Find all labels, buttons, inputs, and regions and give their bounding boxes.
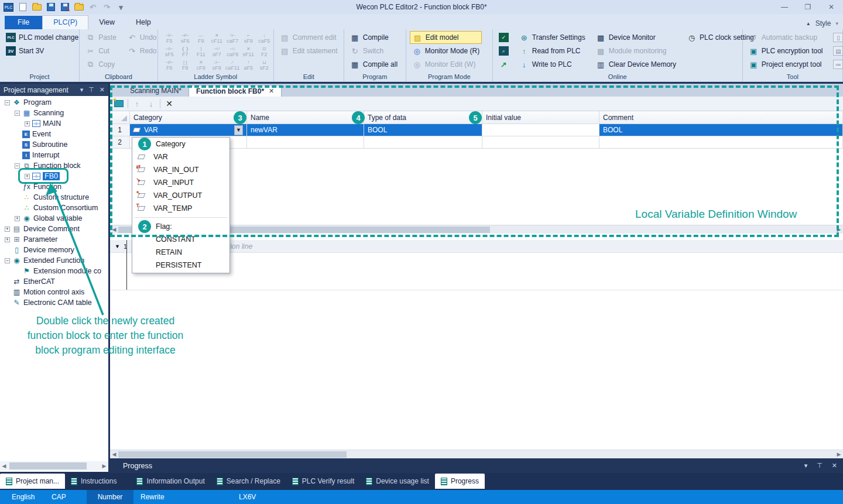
ladder-symbol-sF6[interactable]: ⊣⁄⊢sF6 [177, 32, 193, 45]
pin-icon[interactable]: ⊤ [88, 86, 94, 94]
scroll-right-icon[interactable]: ▶ [100, 463, 108, 469]
ladder-symbol-sF9[interactable]: ⌐sF9 [241, 32, 256, 45]
scrollbar-thumb[interactable] [118, 451, 347, 458]
sidebar-item-program[interactable]: −❖Program [0, 97, 108, 108]
collapse-icon[interactable]: − [15, 163, 20, 169]
sidebar-item-device-memory[interactable]: ▯Device memory [0, 245, 108, 255]
ribbon-button-plc-model-change[interactable]: PLCPLC model change [4, 31, 81, 44]
table-corner-cell[interactable] [110, 111, 130, 124]
close-button[interactable]: ✕ [820, 0, 843, 14]
toolbar-options-icon[interactable]: ▾ [116, 2, 126, 12]
panel-dropdown-icon[interactable]: ▾ [804, 462, 808, 469]
sidebar-item-subroutine[interactable]: SSubroutine [0, 139, 108, 150]
ladder-symbol-caF8[interactable]: ⊣↓caF8 [225, 45, 241, 59]
panel-dropdown-icon[interactable]: ▾ [80, 86, 84, 94]
dropdown-option-var_temp[interactable]: TVAR_TEMP [132, 202, 229, 215]
dropdown-option-retain[interactable]: RETAIN [132, 246, 229, 259]
app-logo-icon[interactable]: PLC [4, 3, 13, 12]
move-up-icon[interactable]: ↑ [132, 99, 142, 109]
scroll-right-icon[interactable]: ▶ [835, 451, 843, 457]
cell-initial-value[interactable] [482, 124, 599, 136]
ribbon-button-plc-search-icon[interactable]: ⌕ [496, 44, 511, 57]
ladder-symbol-caF11[interactable]: ⁄caF11 [225, 59, 241, 72]
ladder-horizontal-scrollbar[interactable]: ◀ ▶ [110, 450, 843, 458]
cell-type-of-data[interactable]: BOOL [364, 124, 482, 136]
cell-comment[interactable]: BOOL [599, 124, 843, 136]
pin-icon[interactable]: ⊤ [817, 462, 823, 469]
sidebar-item-custom-consortium[interactable]: ∴Custom Consortium [0, 203, 108, 213]
expand-icon[interactable]: + [25, 121, 30, 126]
collapse-triangle-icon[interactable]: ▼ [115, 244, 120, 249]
add-variable-icon[interactable] [114, 99, 124, 109]
sidebar-item-scanning[interactable]: −▦Scanning [0, 108, 108, 118]
ribbon-button-monitor-mode-r-[interactable]: ◎Monitor Mode (R) [410, 44, 482, 57]
save-icon[interactable] [46, 2, 56, 12]
cell-type-of-data[interactable] [364, 136, 482, 149]
sidebar-item-parameter[interactable]: +⊞Parameter [0, 234, 108, 245]
ladder-symbol-cF11[interactable]: ✕cF11 [209, 32, 225, 45]
sidebar-item-function[interactable]: ƒxFunction [0, 181, 108, 192]
ladder-symbol-sF11[interactable]: ✕sF11 [241, 45, 256, 59]
undo-icon[interactable]: ↶ [88, 2, 98, 12]
ladder-symbol-sF2[interactable]: ⊔sF2 [256, 59, 272, 72]
sidebar-item-global-variable[interactable]: +◉Global variable [0, 213, 108, 224]
collapse-icon[interactable]: − [15, 111, 20, 116]
scroll-left-icon[interactable]: ◀ [0, 463, 8, 469]
scroll-left-icon[interactable]: ◀ [110, 227, 118, 232]
ribbon-button-start-3v[interactable]: 3VStart 3V [4, 44, 81, 57]
category-dropdown-button[interactable]: ▼ [234, 125, 243, 135]
sidebar-item-device-comment[interactable]: +▤Device Comment [0, 224, 108, 234]
panel-close-icon[interactable]: ✕ [832, 462, 837, 469]
table-row[interactable]: 1VAR▼newVARBOOLBOOL [110, 124, 843, 136]
ribbon-button-compile-all[interactable]: ▦Compile all [348, 58, 400, 71]
column-header-name[interactable]: Name [247, 111, 364, 124]
sidebar-horizontal-scrollbar[interactable]: ◀ ▶ [0, 461, 108, 471]
dropdown-option-persistent[interactable]: PERSISTENT [132, 259, 229, 272]
bottom-tab-information-output[interactable]: Information Output [131, 474, 210, 489]
cell-category[interactable]: VAR▼ [130, 124, 247, 136]
save-as-icon[interactable] [60, 2, 70, 12]
ladder-symbol-F11[interactable]: ❘F11 [193, 45, 209, 59]
column-header-comment[interactable]: Comment [599, 111, 843, 124]
collapse-icon[interactable]: − [5, 100, 10, 105]
scrollbar-thumb[interactable] [9, 462, 87, 469]
tab-scanning-main-[interactable]: Scanning MAIN* [123, 85, 189, 97]
menu-tab-help[interactable]: Help [125, 16, 162, 29]
open-project-icon[interactable] [32, 2, 42, 12]
expand-icon[interactable]: + [5, 227, 10, 232]
ladder-symbol-F5[interactable]: ⊣⊢F5 [162, 32, 177, 45]
ribbon-button-project-encrypt-tool[interactable]: ▣Project encrypt tool [746, 58, 825, 71]
sidebar-item-motion-control-axis[interactable]: ▥Motion control axis [0, 287, 108, 297]
ribbon-button-device-monitor[interactable]: ▩Device Monitor [594, 31, 678, 44]
sidebar-item-extension-module-co[interactable]: ⚑Extension module co [0, 266, 108, 276]
scroll-right-icon[interactable]: ▶ [835, 227, 843, 232]
panel-close-icon[interactable]: ✕ [100, 86, 105, 94]
ladder-symbol-cF9[interactable]: ✕cF9 [193, 59, 209, 72]
sidebar-item-main[interactable]: +⊣⊢MAIN [0, 118, 108, 129]
ribbon-button-transfer-settings[interactable]: ⊛Transfer Settings [517, 31, 588, 44]
menu-tab-plcp[interactable]: PLC(P) [42, 15, 88, 29]
ribbon-button-compile[interactable]: ▦Compile [348, 31, 400, 44]
bottom-tab-progress[interactable]: Progress [435, 474, 485, 489]
new-file-icon[interactable] [18, 2, 28, 12]
ribbon-button-edit-model[interactable]: ▨Edit model [410, 31, 482, 44]
ladder-symbol-F9[interactable]: —F9 [193, 32, 209, 45]
column-header-category[interactable]: Category [130, 111, 247, 124]
ladder-symbol-F8[interactable]: [ ]F8 [177, 59, 193, 72]
column-header-initial-value[interactable]: Initial value [482, 111, 599, 124]
cell-name[interactable]: newVAR [247, 124, 364, 136]
expand-icon[interactable]: + [25, 174, 30, 179]
move-down-icon[interactable]: ↓ [146, 99, 156, 109]
ribbon-button-option-list-icon[interactable]: ≔ [831, 58, 843, 71]
ribbon-button-wireless-icon[interactable]: ↗ [496, 58, 511, 71]
ribbon-button-backup-package-icon[interactable]: ▯ [831, 31, 843, 44]
bottom-tab-instructions[interactable]: Instructions [65, 474, 122, 489]
menu-tab-file[interactable]: File [5, 16, 42, 29]
expand-icon[interactable]: + [5, 237, 10, 242]
dropdown-option-var_input[interactable]: ↘VAR_INPUT [132, 176, 229, 189]
minimize-button[interactable]: — [773, 0, 796, 14]
collapse-ribbon-icon[interactable]: ▲ [806, 21, 811, 26]
bottom-tab-plc-verify-result[interactable]: PLC Verify result [286, 474, 360, 489]
scroll-left-icon[interactable]: ◀ [110, 451, 118, 457]
expand-icon[interactable]: + [15, 216, 20, 221]
